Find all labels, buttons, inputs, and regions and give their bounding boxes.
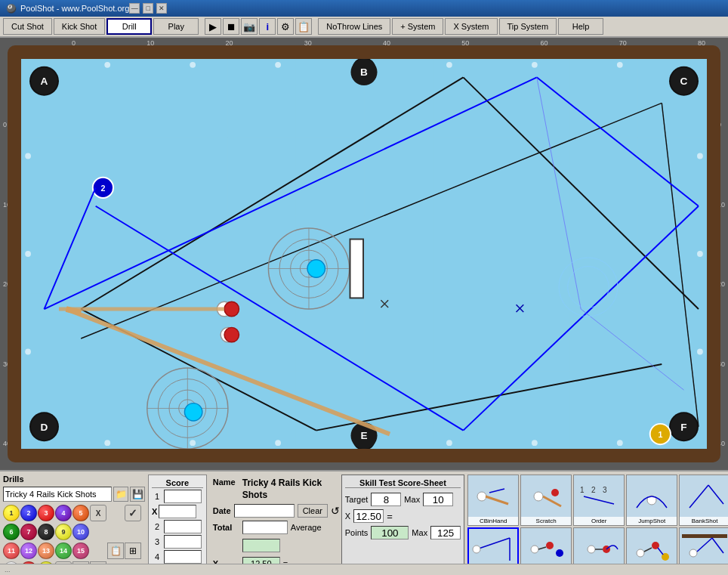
drills-name-input[interactable] xyxy=(3,487,112,502)
play-icon-button[interactable]: ▶ xyxy=(205,18,221,35)
total-input[interactable] xyxy=(242,521,288,534)
list-icon-button[interactable]: 📋 xyxy=(107,543,124,559)
svg-point-100 xyxy=(473,546,480,553)
kick-shot-button[interactable]: Kick Shot xyxy=(54,18,105,35)
ball-3[interactable]: 3 xyxy=(38,505,54,521)
drill-name-display: Tricky 4 Rails Kick Shots xyxy=(242,478,335,501)
bottom-panel: Drills 📁 💾 1 2 3 4 5 X ✓ 6 7 xyxy=(0,470,728,575)
svg-point-114 xyxy=(689,549,697,557)
max-input[interactable] xyxy=(423,493,453,506)
ball-x-1[interactable]: X xyxy=(90,505,106,521)
help-button[interactable]: Help xyxy=(558,18,603,35)
ball-10[interactable]: 10 xyxy=(72,524,89,540)
svg-point-7 xyxy=(532,62,538,68)
drills-folder-button[interactable]: 📁 xyxy=(113,487,128,502)
svg-point-71 xyxy=(307,260,325,277)
ball-11[interactable]: 11 xyxy=(3,543,20,559)
score-section: Score 1 X 2 3 4 5 xyxy=(148,475,207,575)
ball-12[interactable]: 12 xyxy=(20,543,37,559)
score-input-1[interactable] xyxy=(164,490,202,503)
ball-row-2: 6 7 8 9 10 xyxy=(3,524,145,540)
svg-text:D: D xyxy=(41,422,48,433)
skill-eq: = xyxy=(387,511,393,522)
x-input-skill[interactable] xyxy=(353,509,384,523)
ball-6[interactable]: 6 xyxy=(3,524,20,540)
svg-line-94 xyxy=(584,496,614,504)
ball-8[interactable]: 8 xyxy=(38,524,54,540)
shot-scratch[interactable]: Scratch xyxy=(520,475,572,526)
avg-input[interactable] xyxy=(242,539,280,552)
score-input-2[interactable] xyxy=(164,520,202,533)
close-button[interactable]: ✕ xyxy=(156,3,167,14)
info-icon-button[interactable]: i xyxy=(259,18,276,35)
stop-icon-button[interactable]: ⏹ xyxy=(223,18,239,35)
table-area[interactable]: 01020304050607080 010203040 010203040 xyxy=(0,38,728,470)
drills-save-button[interactable]: 💾 xyxy=(130,487,145,502)
minimize-button[interactable]: — xyxy=(129,3,140,14)
points-input[interactable] xyxy=(371,526,409,539)
svg-line-104 xyxy=(538,547,546,549)
points-max-input[interactable] xyxy=(430,526,461,539)
ball-7[interactable]: 7 xyxy=(20,524,37,540)
ball-9[interactable]: 9 xyxy=(55,524,72,540)
score-x-input-1[interactable] xyxy=(159,505,196,518)
share-icon-button[interactable]: 📋 xyxy=(295,18,312,35)
drill-button[interactable]: Drill xyxy=(106,18,152,35)
svg-point-8 xyxy=(617,62,623,68)
total-row: Total Average xyxy=(213,521,335,534)
shot-jumpshot[interactable]: JumpShot xyxy=(626,475,677,526)
bankshot-label: BankShot xyxy=(680,517,728,525)
shot-order[interactable]: 123 Order xyxy=(573,475,625,526)
target-input[interactable] xyxy=(371,493,401,506)
svg-line-97 xyxy=(708,485,723,504)
play-button[interactable]: Play xyxy=(153,18,199,35)
score-label: Score xyxy=(152,478,203,488)
name-label: Name xyxy=(213,478,239,487)
max-label-1: Max xyxy=(404,495,420,504)
ball-2[interactable]: 2 xyxy=(20,505,37,521)
spacer-2 xyxy=(90,524,106,540)
date-label: Date xyxy=(213,506,231,515)
ball-15[interactable]: 15 xyxy=(72,543,89,559)
score-num-2: 2 xyxy=(152,522,162,531)
score-row-2: 2 xyxy=(152,520,203,533)
spacer-4 xyxy=(125,524,141,540)
score-num-3: 3 xyxy=(152,537,162,546)
shot-bankshot[interactable]: BankShot xyxy=(679,475,728,526)
ball-13[interactable]: 13 xyxy=(38,543,54,559)
ball-14[interactable]: 14 xyxy=(55,543,72,559)
camera-icon-button[interactable]: 📷 xyxy=(241,18,258,35)
grid-icon-button[interactable]: ⊞ xyxy=(125,543,141,559)
settings-icon-button[interactable]: ⚙ xyxy=(277,18,294,35)
ball-4[interactable]: 4 xyxy=(55,505,72,521)
date-input[interactable] xyxy=(234,504,295,518)
skill-section: Skill Test Score-Sheet Target Max X = Po… xyxy=(341,475,464,575)
shot-cbinhand[interactable]: CBinHand xyxy=(467,475,519,526)
svg-line-86 xyxy=(486,496,508,504)
ball-1[interactable]: 1 xyxy=(3,505,20,521)
ball-x-check[interactable]: ✓ xyxy=(125,505,141,521)
title-bar: 🎱 PoolShot - www.PoolShot.org — □ ✕ xyxy=(0,0,728,17)
svg-point-89 xyxy=(551,489,559,496)
cut-shot-button[interactable]: Cut Shot xyxy=(3,18,52,35)
no-throw-lines-button[interactable]: NoThrow Lines xyxy=(318,18,390,35)
clear-button[interactable]: Clear xyxy=(298,504,328,518)
x-system-button[interactable]: X System xyxy=(445,18,497,35)
maximize-button[interactable]: □ xyxy=(143,3,153,14)
plus-system-button[interactable]: + System xyxy=(392,18,443,35)
shots-panel: CBinHand Scratch 123 Order xyxy=(467,475,728,575)
score-input-3[interactable] xyxy=(164,535,202,549)
svg-text:B: B xyxy=(360,66,368,78)
score-input-4[interactable] xyxy=(164,550,202,564)
pool-table[interactable]: A C D F B E 2 1 xyxy=(8,45,720,462)
svg-line-87 xyxy=(489,489,504,493)
svg-point-2 xyxy=(104,62,110,68)
svg-line-111 xyxy=(644,548,652,552)
svg-point-21 xyxy=(697,349,703,355)
reset-icon[interactable]: ↺ xyxy=(331,505,340,517)
ball-row-1: 1 2 3 4 5 X ✓ xyxy=(3,505,145,521)
ball-5[interactable]: 5 xyxy=(72,505,89,521)
skill-points-row: Points Max xyxy=(345,526,461,539)
svg-point-88 xyxy=(534,492,543,501)
tip-system-button[interactable]: Tip System xyxy=(499,18,557,35)
